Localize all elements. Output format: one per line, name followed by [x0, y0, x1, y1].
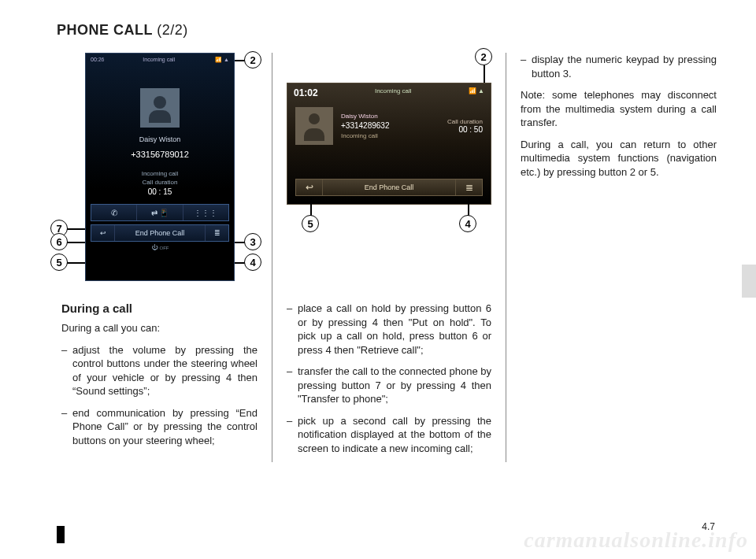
- edge-tab: [742, 265, 756, 298]
- end-call-button[interactable]: End Phone Call: [115, 225, 205, 241]
- end-call-label: End Phone Call: [135, 229, 185, 237]
- status-icons: 📶 ▲: [469, 87, 484, 98]
- context-menu-button[interactable]: ≣: [205, 225, 228, 241]
- fig1-button-row-2: ↩ End Phone Call ≣: [91, 224, 229, 242]
- fig1-clock: 00:26: [91, 57, 105, 63]
- column-separator: [272, 53, 272, 462]
- back-icon: ↩: [100, 229, 106, 237]
- avatar-icon: [140, 88, 180, 128]
- fig2-header: Incoming call: [375, 87, 412, 98]
- fig2-clock: 01:02: [294, 87, 318, 98]
- status-icons: 📶▲: [213, 57, 229, 63]
- menu-icon: ≣: [465, 182, 473, 193]
- title-main: PHONE CALL: [57, 22, 153, 38]
- up-icon: ▲: [478, 87, 484, 94]
- col2-bullet-1: place a call on hold by pressing button …: [287, 302, 491, 357]
- col3-bullet-1: display the numeric keypad by pressing b…: [521, 53, 717, 80]
- fig1-phone-number: +33156789012: [86, 150, 234, 159]
- fig2-contact-name: Daisy Wiston: [341, 112, 439, 120]
- callout-5b: 5: [302, 215, 319, 232]
- fig2-button-bar: ↩ End Phone Call ≣: [295, 179, 483, 196]
- screen-portrait: 00:26 Incoming call 📶▲ Daisy Wiston +331…: [85, 53, 235, 281]
- during-call-heading: During a call: [61, 302, 258, 315]
- fig2-phone-number: +3314289632: [341, 120, 439, 131]
- end-call-button[interactable]: End Phone Call: [323, 180, 455, 195]
- title-part: (2/2): [157, 22, 188, 38]
- off-label: OFF: [86, 244, 234, 251]
- screen-landscape: 01:02 Incoming call 📶 ▲ Daisy Wiston +33…: [287, 83, 491, 205]
- fig2-duration-label: Call duration: [447, 118, 483, 125]
- fig1-status: Incoming call: [86, 170, 234, 177]
- figure-2: 01:02 Incoming call 📶 ▲ Daisy Wiston +33…: [287, 83, 491, 240]
- callout-4b: 4: [459, 215, 476, 232]
- fig1-button-row-1: ✆ ⇄ 📱 ⋮⋮⋮: [91, 204, 229, 221]
- callout-2: 2: [244, 51, 261, 68]
- col3-note: Note: some telephones may disconnect fro…: [521, 88, 717, 130]
- back-button[interactable]: ↩: [296, 180, 323, 195]
- signal-icon: 📶: [469, 87, 476, 94]
- callout-4: 4: [244, 254, 261, 271]
- keypad-button[interactable]: ⋮⋮⋮: [183, 205, 228, 220]
- menu-icon: ≣: [214, 229, 220, 237]
- fig2-status: Incoming call: [341, 131, 439, 140]
- figure-1: 00:26 Incoming call 📶▲ Daisy Wiston +331…: [77, 53, 250, 289]
- keypad-icon: ⋮⋮⋮: [194, 209, 217, 217]
- column-3: display the numeric keypad by pressing b…: [516, 53, 721, 559]
- hangup-button[interactable]: ✆: [91, 205, 137, 220]
- callout-6: 6: [50, 233, 68, 250]
- signal-icon: 📶: [215, 57, 222, 62]
- callout-5: 5: [50, 254, 68, 271]
- back-button[interactable]: ↩: [91, 225, 115, 241]
- column-1: 00:26 Incoming call 📶▲ Daisy Wiston +331…: [57, 53, 262, 559]
- avatar-icon: [295, 107, 333, 145]
- phone-icon: ✆: [111, 209, 117, 217]
- col1-bullet-1: adjust the volume by pressing the contro…: [61, 343, 258, 398]
- fig2-duration-value: 00 : 50: [447, 125, 483, 134]
- col1-bullet-2: end communication by pressing “End Phone…: [61, 406, 258, 448]
- end-call-label: End Phone Call: [365, 183, 414, 191]
- crop-mark: [57, 526, 65, 543]
- during-call-intro: During a call you can:: [61, 321, 258, 335]
- watermark: carmanualsonline.info: [524, 528, 748, 553]
- callout-2b: 2: [475, 48, 492, 65]
- up-icon: ▲: [224, 57, 229, 62]
- transfer-icon: ⇄ 📱: [151, 209, 169, 217]
- fig1-header: Incoming call: [143, 57, 175, 63]
- context-menu-button[interactable]: ≣: [455, 180, 482, 195]
- callout-3: 3: [244, 233, 261, 250]
- transfer-button[interactable]: ⇄ 📱: [137, 205, 183, 220]
- col2-bullet-3: pick up a second call by pressing the no…: [287, 414, 491, 456]
- column-2: 01:02 Incoming call 📶 ▲ Daisy Wiston +33…: [282, 53, 496, 559]
- col3-paragraph: During a call, you can return to other m…: [521, 138, 717, 180]
- fig1-contact-name: Daisy Wiston: [86, 135, 234, 143]
- fig1-duration-value: 00 : 15: [86, 187, 234, 196]
- fig1-duration-label: Call duration: [86, 179, 234, 186]
- column-separator: [506, 53, 506, 462]
- back-icon: ↩: [306, 182, 313, 193]
- page-title: PHONE CALL (2/2): [57, 22, 721, 39]
- col2-bullet-2: transfer the call to the connected phone…: [287, 365, 491, 406]
